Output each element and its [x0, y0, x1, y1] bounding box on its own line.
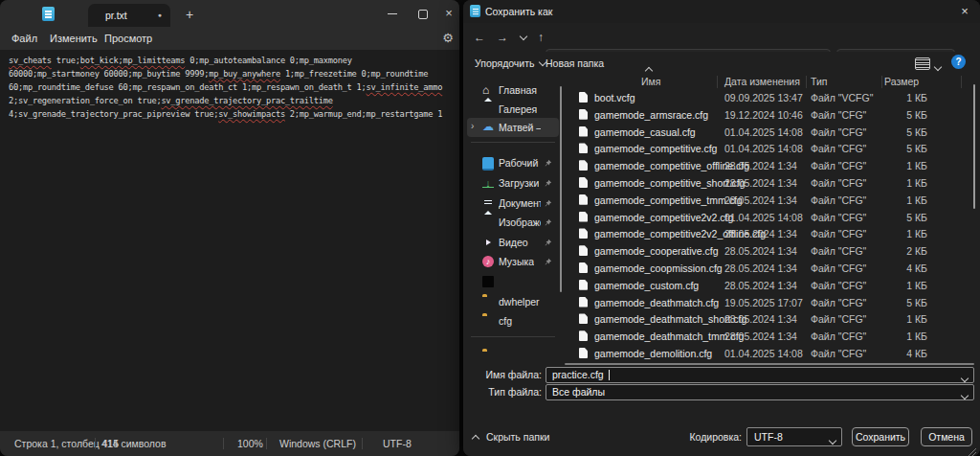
file-icon: [579, 92, 588, 103]
sidebar-item-загрузки[interactable]: ↓Загрузки: [467, 173, 559, 193]
file-row[interactable]: gamemode_deathmatch.cfg19.05.2025 17:07Ф…: [567, 294, 976, 311]
editor-text: 60;mp_roundtime_defuse 60;mp_respawn_on_…: [9, 82, 367, 92]
dialog-close-button[interactable]: ×: [949, 0, 980, 23]
sidebar-item-главная[interactable]: ⌂Главная: [467, 80, 559, 100]
sidebar-item-label: Рабочий сто: [499, 153, 541, 172]
sidebar-item-рабочий-сто[interactable]: Рабочий сто: [467, 153, 559, 172]
dialog-footer: Скрыть папки Кодировка: UTF-8 Сохранить …: [463, 422, 980, 456]
chevron-down-icon[interactable]: [962, 372, 968, 383]
file-name: gamemode_armsrace.cfg: [594, 106, 708, 124]
menu-file[interactable]: Файл: [10, 31, 39, 47]
column-separator[interactable]: [961, 76, 962, 88]
chevron-glyph: [961, 392, 969, 399]
file-date: 01.04.2025 14:08: [724, 140, 803, 157]
file-size: 4 КБ: [882, 345, 927, 362]
column-header-date[interactable]: Дата изменения: [724, 75, 800, 88]
sidebar-item-label: dwhelper: [499, 292, 540, 311]
encoding-select[interactable]: UTF-8: [746, 427, 842, 446]
file-row[interactable]: gamemode_competitive_tmm.cfg28.05.2024 1…: [567, 192, 976, 209]
filetype-select[interactable]: Все файлы: [546, 384, 974, 400]
editor-text: 60000;mp_startmoney 60000;mp_buytime 999…: [9, 69, 209, 79]
view-dropdown-button[interactable]: [935, 60, 941, 72]
hide-folders-button[interactable]: Скрыть папки: [473, 431, 549, 443]
column-separator[interactable]: [806, 76, 807, 88]
recent-locations-button[interactable]: [515, 28, 532, 47]
horizontal-scrollbar[interactable]: [565, 363, 974, 365]
column-header-type[interactable]: Тип: [811, 75, 828, 88]
organize-button[interactable]: Упорядочить: [475, 52, 546, 75]
file-row[interactable]: gamemode_competitive2v2_offline.cfg28.05…: [567, 225, 976, 242]
chevron-down-icon[interactable]: [962, 389, 968, 400]
resize-grip[interactable]: [969, 448, 976, 456]
file-size: 5 КБ: [882, 106, 927, 124]
file-icon: [579, 228, 588, 239]
status-line-ending[interactable]: Windows (CRLF): [279, 431, 356, 456]
navigation-bar: ← → ↑ « Counter-Strike Global Offensive›…: [463, 23, 980, 52]
sidebar-scrollbar[interactable]: [560, 86, 562, 292]
status-separator: [95, 438, 96, 449]
list-header: Имя Дата изменения Тип Размер: [574, 75, 976, 88]
file-row[interactable]: gamemode_deathmatch_short.cfg28.05.2024 …: [567, 310, 976, 328]
settings-gear-icon[interactable]: ⚙: [439, 30, 457, 47]
chevron-down-icon: [520, 33, 527, 40]
file-type: Файл "VCFG": [811, 89, 873, 106]
filename-input[interactable]: practice.cfg: [546, 367, 974, 383]
back-button[interactable]: ←: [471, 28, 488, 47]
file-row[interactable]: gamemode_coopmission.cfg28.05.2024 1:34Ф…: [567, 260, 976, 277]
file-row[interactable]: gamemode_deathmatch_tmm.cfg28.05.2024 1:…: [567, 328, 976, 345]
sidebar-item-документы[interactable]: Документы: [467, 194, 559, 213]
file-row[interactable]: gamemode_competitive_short.cfg28.05.2024…: [567, 174, 976, 192]
text-caret: [609, 370, 610, 380]
column-header-name[interactable]: Имя: [641, 75, 660, 88]
file-row[interactable]: gamemode_custom.cfg28.05.2024 1:34Файл "…: [567, 277, 976, 294]
file-row[interactable]: boot.vcfg09.09.2025 13:47Файл "VCFG"1 КБ: [567, 89, 976, 106]
column-header-size[interactable]: Размер: [884, 75, 919, 88]
sidebar-item-видео[interactable]: Видео: [467, 233, 559, 252]
file-row[interactable]: gamemode_casual.cfg01.04.2025 14:08Файл …: [567, 124, 976, 141]
file-row[interactable]: gamemode_competitive.cfg01.04.2025 14:08…: [567, 140, 976, 157]
maximize-button[interactable]: [410, 0, 436, 27]
sidebar-item-dwhelper[interactable]: dwhelper: [467, 292, 559, 311]
tab-pr-txt[interactable]: pr.txt ●: [88, 4, 170, 27]
help-icon[interactable]: ?: [951, 55, 966, 69]
forward-button[interactable]: →: [494, 28, 511, 47]
file-type: Файл "CFG": [811, 328, 866, 345]
sidebar-item-музыка[interactable]: ♪Музыка: [467, 252, 559, 271]
new-tab-button[interactable]: +: [180, 6, 199, 25]
save-button[interactable]: Сохранить: [852, 427, 909, 446]
file-size: 4 КБ: [882, 260, 927, 277]
file-row[interactable]: gamemode_cooperative.cfg28.05.2024 1:34Ф…: [567, 242, 976, 260]
status-zoom[interactable]: 100%: [237, 431, 263, 456]
sidebar-item-галерея[interactable]: Галерея: [467, 100, 559, 119]
file-size: 1 КБ: [882, 225, 927, 242]
sidebar-item-матвей-личн[interactable]: ›☁Матвей — Личн: [467, 118, 559, 137]
encoding-value: UTF-8: [754, 428, 783, 445]
dialog-title: Сохранить как: [485, 0, 552, 23]
chevron-down-icon[interactable]: [830, 434, 835, 445]
up-button[interactable]: ↑: [532, 28, 549, 47]
expand-chevron-icon[interactable]: ›: [471, 121, 474, 131]
view-details-icon[interactable]: [915, 57, 930, 70]
menu-edit[interactable]: Изменить: [48, 31, 100, 47]
menu-view[interactable]: Просмотр: [102, 31, 154, 47]
sidebar-item[interactable]: [467, 347, 559, 366]
column-separator[interactable]: [881, 76, 882, 88]
sidebar-item-cfg[interactable]: cfg: [467, 311, 559, 331]
cancel-button[interactable]: Отмена: [921, 427, 972, 446]
column-separator[interactable]: [717, 76, 718, 88]
file-size: 5 КБ: [882, 209, 927, 226]
close-button[interactable]: ×: [438, 0, 459, 27]
file-list-scrollbar[interactable]: [973, 84, 975, 209]
file-icon: [579, 194, 588, 205]
sidebar-item-label: Видео: [499, 233, 528, 252]
file-row[interactable]: gamemode_armsrace.cfg19.12.2024 10:46Фай…: [567, 106, 976, 124]
text-editor[interactable]: sv_cheats true;bot_kick;mp_limitteams 0;…: [0, 50, 459, 435]
sidebar-item-изображени[interactable]: Изображени: [467, 213, 559, 232]
sidebar-item[interactable]: [467, 272, 559, 291]
new-folder-button[interactable]: Новая папка: [546, 52, 604, 75]
file-row[interactable]: gamemode_demolition.cfg01.04.2025 14:08Ф…: [567, 345, 976, 362]
minimize-button[interactable]: [379, 0, 406, 27]
file-row[interactable]: gamemode_competitive_offline.cfg28.05.20…: [567, 157, 976, 174]
status-encoding[interactable]: UTF-8: [383, 431, 412, 456]
file-row[interactable]: gamemode_competitive2v2.cfg01.04.2025 14…: [567, 209, 976, 226]
